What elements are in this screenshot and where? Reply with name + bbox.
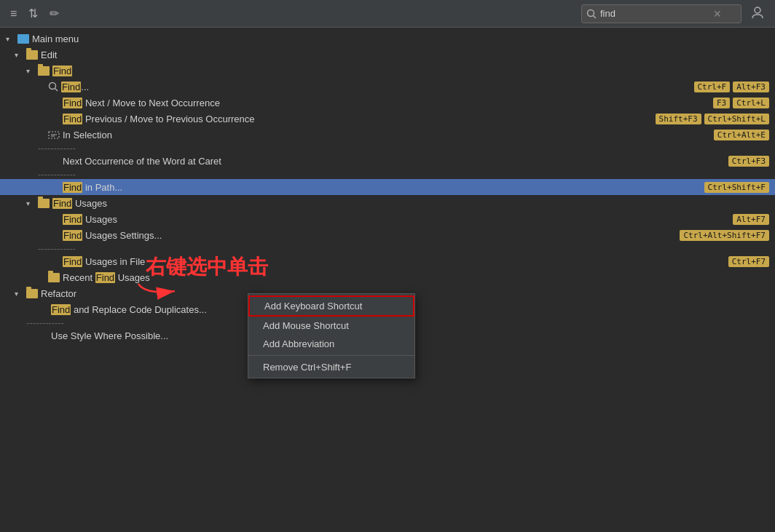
context-menu: Add Keyboard Shortcut Add Mouse Shortcut… [248, 293, 415, 378]
svg-point-0 [588, 9, 594, 16]
tree-row-find-usages[interactable]: Find Usages Alt+F7 [0, 211, 775, 227]
find-usages-label: Find Usages [63, 214, 733, 225]
shortcut-ctrl-f: Ctrl+F [694, 82, 731, 92]
shortcut-shift-f3: Shift+F3 [656, 114, 701, 124]
chevron-find: ▾ [26, 67, 36, 75]
separator-2: ------------ [0, 169, 775, 179]
find-usages-file-shortcuts: Ctrl+F7 [728, 256, 769, 267]
tree-row-find-folder[interactable]: ▾ Find [0, 63, 775, 79]
tree-row-main-menu[interactable]: ▾ Main menu [0, 31, 775, 47]
svg-point-3 [50, 83, 56, 90]
separator-3: ------------ [0, 243, 775, 253]
find-in-path-label: Find in Path... [63, 182, 704, 193]
edit-icon[interactable]: ✏ [47, 5, 62, 22]
tree-row-find-usages-folder[interactable]: ▾ Find Usages [0, 195, 775, 211]
shortcut-ctrl-f7: Ctrl+F7 [728, 256, 769, 267]
in-selection-shortcuts: Ctrl+Alt+E [714, 130, 769, 140]
find-usages-folder-label: Find Usages [52, 198, 775, 209]
toolbar: ≡ ⇅ ✏ ✕ [0, 0, 775, 28]
find-usages-settings-label: Find Usages Settings... [63, 230, 680, 241]
shortcut-ctrl-alt-e: Ctrl+Alt+E [714, 130, 769, 140]
shortcut-ctrl-shift-l: Ctrl+Shift+L [704, 114, 769, 124]
find-usages-file-label: Find Usages in File [63, 256, 728, 267]
menu-icon[interactable]: ≡ [7, 6, 20, 22]
context-menu-item-remove-ctrl[interactable]: Remove Ctrl+Shift+F [248, 358, 414, 376]
tree-row-find-usages-settings[interactable]: Find Usages Settings... Ctrl+Alt+Shift+F… [0, 227, 775, 243]
tree-row-find-next[interactable]: Find Next / Move to Next Occurrence F3 C… [0, 95, 775, 111]
find-item-shortcuts: Ctrl+F Alt+F3 [694, 82, 770, 92]
search-input[interactable] [600, 8, 709, 19]
person-icon[interactable] [747, 4, 768, 24]
next-occurrence-shortcuts: Ctrl+F3 [728, 156, 769, 167]
in-selection-icon [48, 130, 60, 140]
folder-icon-find-usages [38, 199, 50, 208]
chevron-find-usages: ▾ [26, 199, 36, 207]
next-occurrence-label: Next Occurrence of the Word at Caret [63, 156, 728, 167]
find-prev-label: Find Previous / Move to Previous Occurre… [63, 114, 656, 124]
main-container: ≡ ⇅ ✏ ✕ ▾ Main menu ▾ [0, 0, 775, 532]
main-menu-icon [17, 34, 29, 44]
in-selection-label: In Selection [63, 130, 714, 140]
svg-line-4 [55, 89, 58, 92]
shortcut-f3: F3 [713, 98, 730, 108]
find-next-label: Find Next / Move to Next Occurrence [63, 98, 713, 108]
find-in-path-shortcuts: Ctrl+Shift+F [704, 182, 769, 193]
shortcut-ctrl-shift-f: Ctrl+Shift+F [704, 182, 769, 193]
tree-row-edit[interactable]: ▾ Edit [0, 47, 775, 63]
sep-text-4: ------------ [26, 317, 64, 328]
search-icon-find [48, 82, 58, 92]
tree-row-next-occurrence[interactable]: Next Occurrence of the Word at Caret Ctr… [0, 153, 775, 169]
find-next-shortcuts: F3 Ctrl+L [713, 98, 769, 108]
folder-icon-refactor [26, 289, 38, 298]
folder-icon-recent [48, 273, 60, 282]
search-box[interactable]: ✕ [581, 4, 741, 23]
shortcut-ctrl-alt-shift-f7: Ctrl+Alt+Shift+F7 [680, 230, 769, 241]
edit-label: Edit [41, 49, 775, 60]
folder-icon-edit [26, 50, 38, 60]
tree-row-in-selection[interactable]: In Selection Ctrl+Alt+E [0, 127, 775, 143]
tree-row-find-item[interactable]: Find... Ctrl+F Alt+F3 [0, 79, 775, 95]
find-usages-settings-shortcuts: Ctrl+Alt+Shift+F7 [680, 230, 769, 241]
context-menu-item-add-keyboard[interactable]: Add Keyboard Shortcut [248, 295, 414, 317]
context-menu-separator [248, 355, 414, 356]
chevron-refactor: ▾ [15, 290, 25, 298]
main-menu-label: Main menu [32, 33, 775, 44]
folder-icon-find [38, 66, 50, 76]
shortcut-alt-f7: Alt+F7 [733, 214, 769, 225]
tree-row-recent-find-usages[interactable]: Recent Find Usages [0, 269, 775, 285]
separator-1: ------------ [0, 143, 775, 153]
tree-row-find-prev[interactable]: Find Previous / Move to Previous Occurre… [0, 111, 775, 127]
context-menu-item-add-mouse[interactable]: Add Mouse Shortcut [248, 317, 414, 335]
tree-content: ▾ Main menu ▾ Edit ▾ Find Find... Ctrl+F [0, 28, 775, 532]
sep-text-2: ------------ [38, 169, 76, 180]
sort-icon[interactable]: ⇅ [25, 5, 41, 22]
find-usages-shortcuts: Alt+F7 [733, 214, 769, 225]
shortcut-alt-f3: Alt+F3 [733, 82, 769, 92]
chevron-main-menu: ▾ [6, 35, 16, 43]
shortcut-ctrl-l: Ctrl+L [733, 98, 769, 108]
sep-text-1: ------------ [38, 143, 76, 154]
context-menu-item-add-abbreviation[interactable]: Add Abbreviation [248, 335, 414, 353]
recent-find-usages-label: Recent Find Usages [63, 272, 775, 283]
find-prev-shortcuts: Shift+F3 Ctrl+Shift+L [656, 114, 769, 124]
search-icon [586, 9, 597, 19]
tree-row-find-usages-file[interactable]: Find Usages in File Ctrl+F7 [0, 253, 775, 269]
search-clear-button[interactable]: ✕ [713, 8, 722, 20]
find-item-label: Find... [61, 82, 694, 92]
svg-point-2 [755, 7, 760, 13]
tree-row-find-in-path[interactable]: Find in Path... Ctrl+Shift+F [0, 179, 775, 195]
svg-line-1 [594, 15, 597, 18]
sep-text-3: ------------ [38, 243, 76, 254]
chevron-edit: ▾ [15, 51, 25, 59]
find-folder-label: Find [52, 65, 775, 76]
shortcut-ctrl-f3-2: Ctrl+F3 [728, 156, 769, 167]
